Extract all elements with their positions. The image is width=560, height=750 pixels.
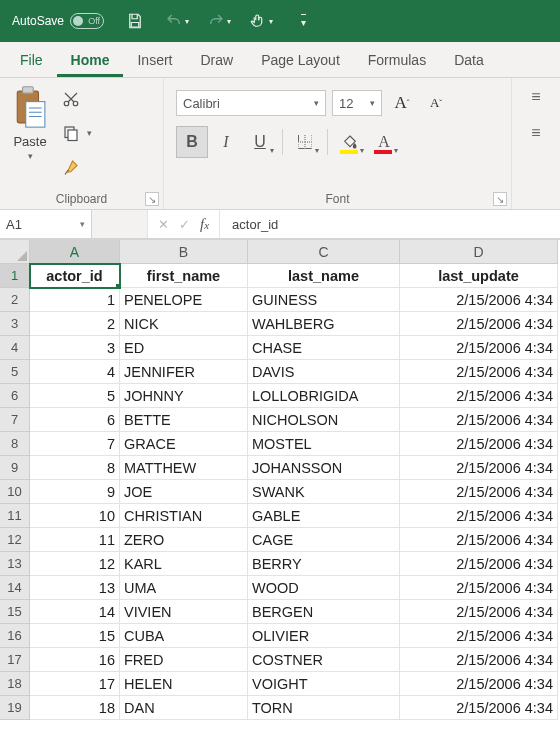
cell[interactable]: GRACE [120, 432, 248, 456]
enter-formula-button[interactable]: ✓ [179, 217, 190, 232]
font-color-button[interactable]: A ▾ [368, 126, 400, 158]
cell[interactable]: LOLLOBRIGIDA [248, 384, 400, 408]
cell[interactable]: KARL [120, 552, 248, 576]
cut-button[interactable] [56, 86, 86, 112]
row-header[interactable]: 5 [0, 360, 30, 384]
cell[interactable]: 2/15/2006 4:34 [400, 384, 558, 408]
cell[interactable]: 5 [30, 384, 120, 408]
tab-home[interactable]: Home [57, 44, 124, 77]
cell[interactable]: actor_id [30, 264, 120, 288]
cell[interactable]: GABLE [248, 504, 400, 528]
cancel-formula-button[interactable]: ✕ [158, 217, 169, 232]
autosave-toggle[interactable]: AutoSave Off [6, 13, 110, 29]
row-header[interactable]: 9 [0, 456, 30, 480]
cell[interactable]: 2/15/2006 4:34 [400, 648, 558, 672]
paste-button[interactable]: Paste ▾ [10, 84, 50, 161]
select-all-corner[interactable] [0, 240, 30, 264]
col-header-B[interactable]: B [120, 240, 248, 264]
cell[interactable]: last_update [400, 264, 558, 288]
formula-bar[interactable]: actor_id [220, 217, 560, 232]
cell[interactable]: MATTHEW [120, 456, 248, 480]
cell[interactable]: 2/15/2006 4:34 [400, 288, 558, 312]
row-header[interactable]: 14 [0, 576, 30, 600]
row-header[interactable]: 10 [0, 480, 30, 504]
row-header[interactable]: 18 [0, 672, 30, 696]
row-header[interactable]: 7 [0, 408, 30, 432]
bold-button[interactable]: B [176, 126, 208, 158]
format-painter-button[interactable] [56, 154, 86, 180]
cell[interactable]: CHRISTIAN [120, 504, 248, 528]
cell[interactable]: HELEN [120, 672, 248, 696]
cell[interactable]: 11 [30, 528, 120, 552]
tab-draw[interactable]: Draw [186, 44, 247, 77]
cell[interactable]: GUINESS [248, 288, 400, 312]
underline-button[interactable]: U ▾ [244, 126, 276, 158]
cell[interactable]: 2/15/2006 4:34 [400, 408, 558, 432]
tab-formulas[interactable]: Formulas [354, 44, 440, 77]
cell[interactable]: CAGE [248, 528, 400, 552]
undo-button[interactable]: ▾ [160, 4, 194, 38]
cell[interactable]: FRED [120, 648, 248, 672]
tab-file[interactable]: File [6, 44, 57, 77]
cell[interactable]: ZERO [120, 528, 248, 552]
insert-function-button[interactable]: fx [200, 216, 209, 233]
cell[interactable]: SWANK [248, 480, 400, 504]
font-size-combo[interactable]: 12 ▾ [332, 90, 382, 116]
tab-insert[interactable]: Insert [123, 44, 186, 77]
cell[interactable]: CUBA [120, 624, 248, 648]
cell[interactable]: 2/15/2006 4:34 [400, 576, 558, 600]
save-button[interactable] [118, 4, 152, 38]
cell[interactable]: 2/15/2006 4:34 [400, 480, 558, 504]
cell[interactable]: 2/15/2006 4:34 [400, 624, 558, 648]
cell[interactable]: first_name [120, 264, 248, 288]
cell[interactable]: 2/15/2006 4:34 [400, 336, 558, 360]
customize-qat-button[interactable]: ▾ [286, 4, 320, 38]
cell[interactable]: 7 [30, 432, 120, 456]
cell[interactable]: 2/15/2006 4:34 [400, 672, 558, 696]
cell[interactable]: ED [120, 336, 248, 360]
cell[interactable]: BERGEN [248, 600, 400, 624]
cell[interactable]: 2/15/2006 4:34 [400, 456, 558, 480]
tab-page-layout[interactable]: Page Layout [247, 44, 354, 77]
cell[interactable]: 17 [30, 672, 120, 696]
alignment-button-partial[interactable]: ≡ [521, 88, 551, 106]
borders-button[interactable]: ▾ [289, 126, 321, 158]
touch-mode-button[interactable]: ▾ [244, 4, 278, 38]
row-header[interactable]: 3 [0, 312, 30, 336]
row-header[interactable]: 15 [0, 600, 30, 624]
cell[interactable]: 2/15/2006 4:34 [400, 504, 558, 528]
row-header[interactable]: 16 [0, 624, 30, 648]
cell[interactable]: 2/15/2006 4:34 [400, 600, 558, 624]
cell[interactable]: JENNIFER [120, 360, 248, 384]
fill-color-button[interactable]: ▾ [334, 126, 366, 158]
cell[interactable]: TORN [248, 696, 400, 720]
row-header[interactable]: 11 [0, 504, 30, 528]
cell[interactable]: WAHLBERG [248, 312, 400, 336]
cell[interactable]: VIVIEN [120, 600, 248, 624]
row-header[interactable]: 8 [0, 432, 30, 456]
col-header-D[interactable]: D [400, 240, 558, 264]
clipboard-launcher[interactable]: ↘ [145, 192, 159, 206]
cell[interactable]: 9 [30, 480, 120, 504]
cell[interactable]: DAN [120, 696, 248, 720]
cell[interactable]: 2/15/2006 4:34 [400, 528, 558, 552]
cell[interactable]: 16 [30, 648, 120, 672]
cell[interactable]: BERRY [248, 552, 400, 576]
cell[interactable]: 1 [30, 288, 120, 312]
col-header-C[interactable]: C [248, 240, 400, 264]
cell[interactable]: JOHNNY [120, 384, 248, 408]
cell[interactable]: 2/15/2006 4:34 [400, 552, 558, 576]
cell[interactable]: 18 [30, 696, 120, 720]
cell[interactable]: BETTE [120, 408, 248, 432]
grow-font-button[interactable]: Aˆ [388, 90, 416, 116]
cell[interactable]: VOIGHT [248, 672, 400, 696]
cell[interactable]: 2/15/2006 4:34 [400, 696, 558, 720]
row-header[interactable]: 1 [0, 264, 30, 288]
cell[interactable]: 13 [30, 576, 120, 600]
cell[interactable]: UMA [120, 576, 248, 600]
cell[interactable]: 15 [30, 624, 120, 648]
cell[interactable]: 2/15/2006 4:34 [400, 360, 558, 384]
cell[interactable]: OLIVIER [248, 624, 400, 648]
cell[interactable]: 8 [30, 456, 120, 480]
row-header[interactable]: 2 [0, 288, 30, 312]
